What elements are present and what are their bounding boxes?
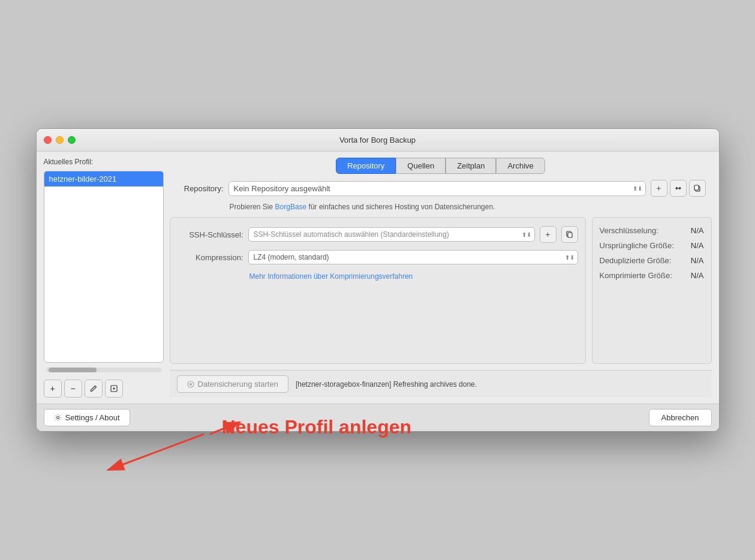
titlebar: Vorta for Borg Backup <box>37 129 719 152</box>
switch-repo-button[interactable] <box>670 180 687 197</box>
repository-row: Repository: Kein Repository ausgewählt ⬆… <box>170 180 712 197</box>
compressed-value: N/A <box>691 271 704 280</box>
repo-action-buttons: ＋ <box>651 180 706 197</box>
edit-profile-button[interactable] <box>85 380 103 398</box>
start-backup-label: Datensicherung starten <box>198 380 278 389</box>
compression-label: Kompression: <box>178 253 243 262</box>
original-size-stat: Ursprüngliche Größe: N/A <box>600 241 704 250</box>
scrollbar-thumb[interactable] <box>49 368 97 372</box>
tab-archive[interactable]: Archive <box>496 158 545 174</box>
ssh-row: SSH-Schlüssel: SSH-Schlüssel automatisch… <box>178 226 578 243</box>
stats-panel: Verschlüsselung: N/A Ursprüngliche Größe… <box>592 217 712 364</box>
repository-select-wrap: Kein Repository ausgewählt ⬆⬇ <box>228 181 646 196</box>
scrollbar-track <box>46 368 161 372</box>
add-profile-button[interactable]: + <box>44 380 62 398</box>
ssh-key-select[interactable]: SSH-Schlüssel automatisch auswählen (Sta… <box>248 227 535 242</box>
svg-rect-4 <box>568 233 572 237</box>
profile-action-buttons: + − <box>44 380 164 398</box>
compression-link-row: Mehr Informationen über Komprimierungsve… <box>178 272 578 281</box>
settings-about-button[interactable]: Settings / About <box>44 409 130 426</box>
borgbase-hint: Probieren Sie BorgBase für einfaches und… <box>170 203 712 211</box>
remove-profile-button[interactable]: − <box>64 380 82 398</box>
encryption-stat: Verschlüsselung: N/A <box>600 226 704 235</box>
tab-bar: Repository Quellen Zeitplan Archive <box>170 158 712 174</box>
compression-select-wrap: LZ4 (modern, standard) ⬆⬇ <box>248 250 578 264</box>
panels-row: SSH-Schlüssel: SSH-Schlüssel automatisch… <box>170 217 712 364</box>
compressed-label: Komprimierte Größe: <box>600 271 672 280</box>
app-body: Aktuelles Profil: hetzner-bilder-2021 + … <box>37 152 719 404</box>
deduplicated-size-stat: Deduplizierte Größe: N/A <box>600 256 704 265</box>
tab-zeitplan[interactable]: Zeitplan <box>446 158 496 174</box>
add-repo-button[interactable]: ＋ <box>651 180 667 197</box>
svg-rect-2 <box>694 185 699 190</box>
compressed-size-stat: Komprimierte Größe: N/A <box>600 271 704 280</box>
copy-ssh-key-button[interactable] <box>561 226 578 243</box>
repository-select[interactable]: Kein Repository ausgewählt <box>228 181 646 196</box>
close-button[interactable] <box>44 136 52 144</box>
compression-info-link[interactable]: Mehr Informationen über Komprimierungsve… <box>249 272 413 281</box>
borgbase-link[interactable]: BorgBase <box>275 203 307 211</box>
profile-list-label: Aktuelles Profil: <box>44 158 164 166</box>
add-ssh-key-button[interactable]: ＋ <box>540 226 557 243</box>
svg-point-6 <box>56 417 59 419</box>
encryption-value: N/A <box>691 226 704 235</box>
right-panel: Repository Quellen Zeitplan Archive Repo… <box>170 158 712 398</box>
compression-row: Kompression: LZ4 (modern, standard) ⬆⬇ <box>178 250 578 264</box>
tab-repository[interactable]: Repository <box>336 158 396 174</box>
copy-repo-button[interactable] <box>689 180 706 197</box>
import-profile-button[interactable] <box>105 380 123 398</box>
main-window: Vorta for Borg Backup Aktuelles Profil: … <box>36 128 720 432</box>
sidebar: Aktuelles Profil: hetzner-bilder-2021 + … <box>44 158 164 398</box>
maximize-button[interactable] <box>68 136 76 144</box>
tab-content: Repository: Kein Repository ausgewählt ⬆… <box>170 180 712 364</box>
deduplicated-label: Deduplizierte Größe: <box>600 256 672 265</box>
traffic-lights <box>44 136 76 144</box>
deduplicated-value: N/A <box>691 256 704 265</box>
encryption-label: Verschlüsselung: <box>600 226 658 235</box>
tab-quellen[interactable]: Quellen <box>396 158 446 174</box>
footer-bar: Settings / About Abbrechen <box>37 404 719 431</box>
original-size-value: N/A <box>691 241 704 250</box>
status-bar: Datensicherung starten [hetzner-storageb… <box>170 370 712 398</box>
settings-about-label: Settings / About <box>65 413 120 422</box>
ssh-compression-panel: SSH-Schlüssel: SSH-Schlüssel automatisch… <box>170 217 586 364</box>
ssh-key-label: SSH-Schlüssel: <box>178 230 243 239</box>
repository-field-label: Repository: <box>176 184 224 193</box>
profile-list: hetzner-bilder-2021 <box>44 171 164 363</box>
cancel-button[interactable]: Abbrechen <box>649 409 712 426</box>
status-text: [hetzner-storagebox-finanzen] Refreshing… <box>296 380 705 389</box>
minimize-button[interactable] <box>56 136 64 144</box>
original-size-label: Ursprüngliche Größe: <box>600 241 674 250</box>
profile-item-hetzner-bilder[interactable]: hetzner-bilder-2021 <box>44 171 163 186</box>
ssh-select-wrap: SSH-Schlüssel automatisch auswählen (Sta… <box>248 227 535 242</box>
start-backup-button[interactable]: Datensicherung starten <box>177 375 288 393</box>
window-title: Vorta for Borg Backup <box>339 136 416 144</box>
compression-select[interactable]: LZ4 (modern, standard) <box>248 250 578 264</box>
